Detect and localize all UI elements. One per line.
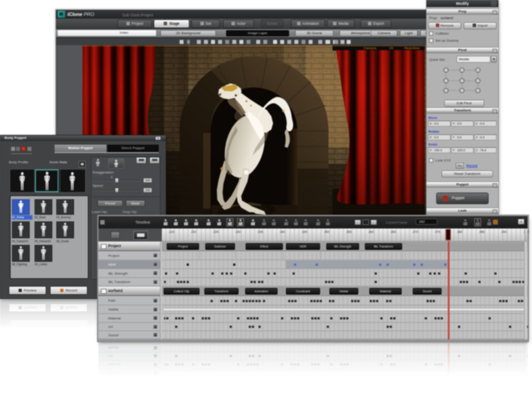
svg-text:Camera: Camera xyxy=(364,46,376,50)
svg-text:Real-time: Real-time xyxy=(404,46,420,50)
svg-text:20: 20 xyxy=(389,46,393,50)
